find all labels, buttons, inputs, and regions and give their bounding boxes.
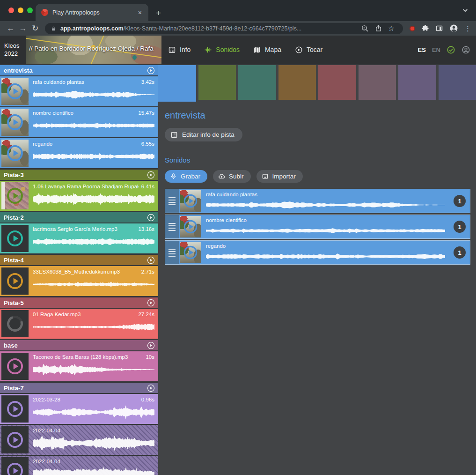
- sound-waveform: [206, 250, 445, 263]
- panel-sound-row[interactable]: nombre cientifico 1: [165, 215, 470, 239]
- sound-thumbnail[interactable]: [1, 182, 29, 209]
- address-bar[interactable]: app.antropoloops.com/Kleos-Santa-Marina/…: [45, 23, 403, 34]
- sidebar-sound-row[interactable]: lacrimosa Sergio García Merlo.mp3 13.16s: [0, 223, 158, 253]
- sound-thumbnail[interactable]: [1, 225, 29, 252]
- track-color-swatch[interactable]: [359, 65, 396, 100]
- play-button[interactable]: [183, 193, 198, 208]
- sound-thumbnail[interactable]: [1, 140, 29, 167]
- sound-thumbnail[interactable]: [1, 426, 29, 453]
- close-window-button[interactable]: [8, 7, 14, 13]
- nav-info[interactable]: Info: [168, 46, 190, 54]
- track-header[interactable]: entrevista: [0, 65, 158, 75]
- track-header[interactable]: base: [0, 340, 158, 350]
- sidebar-sound-row[interactable]: rafa cuidando plantas 3.42s: [0, 76, 158, 106]
- sidebar-sound-row[interactable]: 33ESX6038_B5_Muthedukkum.mp3 2.71s: [0, 266, 158, 296]
- track-color-swatch[interactable]: [278, 65, 316, 100]
- track-play-icon[interactable]: [147, 341, 155, 349]
- play-button[interactable]: [6, 272, 24, 290]
- profile-avatar[interactable]: [449, 24, 458, 33]
- share-icon[interactable]: [374, 24, 382, 32]
- track-play-icon[interactable]: [147, 384, 155, 392]
- drag-handle[interactable]: [165, 241, 179, 264]
- sync-check-icon[interactable]: [447, 45, 455, 54]
- drag-handle[interactable]: [165, 215, 179, 238]
- panel-sound-row[interactable]: rafa cuidando plantas 1: [165, 189, 470, 213]
- play-button[interactable]: [183, 219, 198, 234]
- play-button[interactable]: [6, 400, 24, 418]
- track-play-icon[interactable]: [147, 171, 155, 179]
- track-header[interactable]: Pista-5: [0, 297, 158, 308]
- nav-sonidos[interactable]: Sonidos: [204, 46, 240, 54]
- track-header[interactable]: Pista-2: [0, 212, 158, 223]
- track-header[interactable]: Pista-3: [0, 170, 158, 180]
- track-play-icon[interactable]: [147, 256, 155, 264]
- app-logo[interactable]: Kleos 2022: [0, 42, 26, 58]
- track-play-icon[interactable]: [147, 299, 155, 307]
- forward-button[interactable]: →: [17, 24, 29, 33]
- play-button[interactable]: [6, 144, 24, 162]
- play-button[interactable]: [6, 230, 24, 247]
- reload-button[interactable]: ↻: [29, 23, 41, 33]
- extensions-puzzle-icon[interactable]: [421, 24, 429, 32]
- tab-close-icon[interactable]: ×: [137, 9, 143, 16]
- play-button[interactable]: [6, 113, 24, 131]
- panel-sound-row[interactable]: regando 1: [165, 240, 470, 265]
- sound-thumbnail[interactable]: [1, 353, 29, 380]
- sidebar-sound-row[interactable]: nombre cientifico 15.47s: [0, 107, 158, 137]
- upload-button[interactable]: Subir: [213, 170, 251, 183]
- sound-thumbnail[interactable]: [1, 310, 29, 337]
- track-color-swatch[interactable]: [439, 65, 476, 100]
- lang-en-button[interactable]: EN: [432, 46, 440, 53]
- sound-thumbnail[interactable]: [180, 216, 201, 238]
- zoom-icon[interactable]: [361, 24, 369, 32]
- sound-thumbnail[interactable]: [1, 457, 29, 475]
- drag-handle[interactable]: [165, 189, 179, 213]
- sound-thumbnail[interactable]: [1, 78, 29, 105]
- sidebar-sound-row[interactable]: 1-06 Lavanya Rama Poorna Shadjam Rupak..…: [0, 181, 158, 211]
- account-icon[interactable]: [461, 45, 470, 54]
- tab-search-chevron-icon[interactable]: [461, 6, 469, 15]
- lock-icon[interactable]: [51, 25, 57, 31]
- track-color-swatch[interactable]: [398, 65, 436, 100]
- track-color-swatch[interactable]: [238, 65, 276, 100]
- lang-es-button[interactable]: ES: [418, 46, 426, 53]
- track-color-swatch[interactable]: [318, 65, 356, 100]
- nav-mapa[interactable]: Mapa: [253, 46, 281, 54]
- fullscreen-window-button[interactable]: [27, 7, 33, 13]
- minimize-window-button[interactable]: [18, 7, 23, 13]
- bookmark-star-icon[interactable]: ☆: [388, 25, 395, 32]
- track-play-icon[interactable]: [147, 214, 155, 222]
- track-header[interactable]: Pista-4: [0, 255, 158, 265]
- sidebar-sound-row[interactable]: 2022-03-28 0.96s: [0, 394, 158, 424]
- track-color-swatch[interactable]: [198, 65, 236, 100]
- record-extension-icon[interactable]: [410, 26, 415, 31]
- sound-thumbnail[interactable]: [180, 190, 201, 212]
- track-color-swatch[interactable]: [158, 65, 196, 102]
- play-button[interactable]: [6, 431, 24, 449]
- sound-thumbnail[interactable]: [1, 267, 29, 295]
- new-tab-button[interactable]: +: [156, 8, 161, 18]
- play-button[interactable]: [6, 462, 24, 475]
- side-panel-icon[interactable]: [435, 24, 443, 32]
- sidebar-sound-row[interactable]: regando 6.55s: [0, 138, 158, 168]
- track-play-icon[interactable]: [147, 67, 155, 74]
- back-button[interactable]: ←: [5, 24, 17, 33]
- sidebar-sound-row[interactable]: 2022-04-04: [0, 425, 158, 455]
- edit-track-info-button[interactable]: Editar info de pista: [165, 128, 242, 141]
- sidebar-sound-row[interactable]: Taconeo de Sara Baras (128 kbps).mp3 10s: [0, 351, 158, 381]
- sound-thumbnail[interactable]: [1, 395, 29, 423]
- play-button[interactable]: [6, 187, 24, 205]
- nav-tocar[interactable]: Tocar: [295, 46, 322, 54]
- browser-tab[interactable]: Play Antropoloops ×: [36, 4, 148, 21]
- browser-menu-icon[interactable]: ⋮: [464, 24, 471, 33]
- sound-thumbnail[interactable]: [180, 242, 201, 263]
- sidebar-sound-row[interactable]: 01 Raga Kedar.mp3 27.24s: [0, 309, 158, 339]
- record-button[interactable]: Grabar: [165, 170, 207, 183]
- play-button[interactable]: [6, 82, 24, 100]
- play-button[interactable]: [183, 245, 198, 260]
- track-header[interactable]: Pista-7: [0, 383, 158, 393]
- import-button[interactable]: Importar: [256, 170, 303, 183]
- sound-thumbnail[interactable]: [1, 109, 29, 136]
- play-button[interactable]: [6, 357, 24, 375]
- sidebar-sound-row[interactable]: 2022-04-04: [0, 456, 158, 475]
